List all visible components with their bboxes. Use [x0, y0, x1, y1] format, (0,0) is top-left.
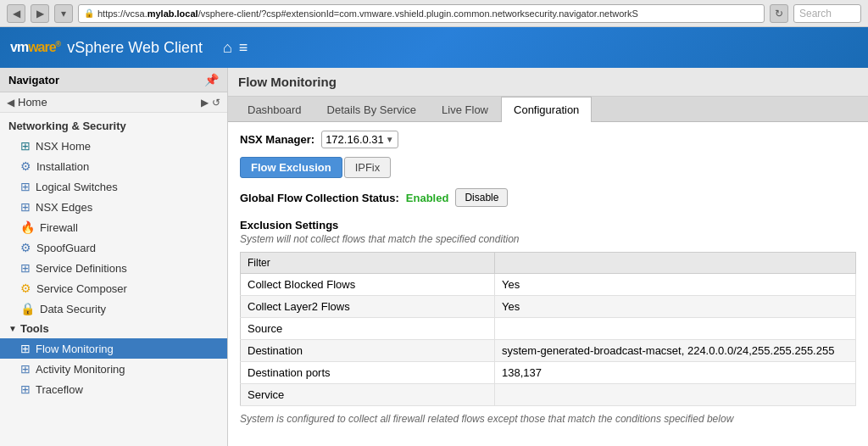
- filter-source: Source: [241, 318, 495, 340]
- table-header-value: [495, 253, 856, 274]
- table-row: Service: [241, 384, 856, 406]
- flow-monitoring-icon: ⊞: [20, 342, 31, 355]
- vm-text: vm: [10, 40, 28, 54]
- url-bar[interactable]: 🔒 https://vcsa.mylab.local/vsphere-clien…: [78, 4, 765, 23]
- back-button[interactable]: ◀: [7, 4, 25, 23]
- sidebar-label-nsx-home: NSX Home: [36, 140, 91, 153]
- global-status-label: Global Flow Collection Status:: [240, 192, 399, 204]
- value-destination: system-generated-broadcast-macset, 224.0…: [495, 340, 856, 362]
- sidebar-item-activity-monitoring[interactable]: ⊞ Activity Monitoring: [0, 359, 227, 379]
- sidebar-label-data-security: Data Security: [40, 303, 106, 315]
- sidebar: Navigator 📌 ◀ Home ▶ ↺ Networking & Secu…: [0, 68, 228, 446]
- nsx-manager-select[interactable]: 172.16.0.31 ▼: [321, 131, 398, 148]
- spoofguard-icon: ⚙: [20, 241, 31, 254]
- service-composer-icon: ⚙: [20, 282, 31, 295]
- main-layout: Navigator 📌 ◀ Home ▶ ↺ Networking & Secu…: [0, 68, 868, 446]
- product-name: vSphere Web Client: [67, 39, 203, 57]
- table-row: Collect Layer2 Flows Yes: [241, 296, 856, 318]
- sub-tab-flow-exclusion[interactable]: Flow Exclusion: [240, 157, 342, 178]
- select-arrow-icon: ▼: [386, 135, 394, 144]
- status-badge: Enabled: [406, 192, 449, 204]
- traceflow-icon: ⊞: [20, 382, 31, 396]
- home-icon[interactable]: ⌂: [223, 39, 232, 57]
- sidebar-label-flow-monitoring: Flow Monitoring: [36, 343, 114, 355]
- tab-details-by-service[interactable]: Details By Service: [314, 97, 429, 122]
- sidebar-label-firewall: Firewall: [40, 221, 78, 234]
- disable-button[interactable]: Disable: [455, 188, 508, 207]
- sidebar-item-data-security[interactable]: 🔒 Data Security: [0, 298, 227, 319]
- nsx-manager-value: 172.16.0.31: [326, 133, 384, 146]
- table-row: Collect Blocked Flows Yes: [241, 274, 856, 296]
- url-path: /vsphere-client/?csp#extensionId=com.vmw…: [198, 8, 638, 19]
- value-service: [495, 384, 856, 406]
- firewall-icon: 🔥: [20, 220, 35, 234]
- table-row: Source: [241, 318, 856, 340]
- pin-icon[interactable]: 📌: [204, 73, 219, 86]
- vmware-logo: vmware®: [10, 40, 60, 55]
- tab-live-flow[interactable]: Live Flow: [429, 97, 501, 122]
- vmware-header: vmware® vSphere Web Client ⌂ ≡: [0, 27, 868, 68]
- exclusion-settings-title: Exclusion Settings: [240, 219, 856, 231]
- url-domain: mylab.local: [147, 8, 198, 19]
- info-text: System is configured to collect all fire…: [240, 413, 856, 425]
- filter-collect-blocked: Collect Blocked Flows: [241, 274, 495, 296]
- table-row: Destination ports 138,137: [241, 362, 856, 384]
- sidebar-item-installation[interactable]: ⚙ Installation: [0, 156, 227, 176]
- sidebar-label-activity-monitoring: Activity Monitoring: [36, 363, 125, 376]
- sidebar-item-nsx-edges[interactable]: ⊞ NSX Edges: [0, 197, 227, 217]
- logical-switches-icon: ⊞: [20, 180, 31, 193]
- tabs-bar: Dashboard Details By Service Live Flow C…: [228, 97, 868, 122]
- sidebar-item-service-definitions[interactable]: ⊞ Service Definitions: [0, 258, 227, 278]
- nsx-edges-icon: ⊞: [20, 200, 31, 214]
- exclusion-settings-desc: System will not collect flows that match…: [240, 233, 856, 245]
- tools-section: ▼ Tools: [0, 319, 227, 338]
- history-button[interactable]: ▾: [54, 4, 73, 23]
- browser-search[interactable]: Search: [793, 4, 861, 23]
- tools-label: Tools: [20, 322, 49, 335]
- table-header-filter: Filter: [241, 253, 495, 274]
- filter-destination-ports: Destination ports: [241, 362, 495, 384]
- table-row: Destination system-generated-broadcast-m…: [241, 340, 856, 362]
- content-area: Flow Monitoring Dashboard Details By Ser…: [228, 68, 868, 446]
- sidebar-item-nsx-home[interactable]: ⊞ NSX Home: [0, 136, 227, 156]
- home-label[interactable]: Home: [18, 96, 198, 109]
- value-collect-layer2: Yes: [495, 296, 856, 318]
- activity-monitoring-icon: ⊞: [20, 362, 31, 376]
- service-definitions-icon: ⊞: [20, 261, 31, 275]
- filter-collect-layer2: Collect Layer2 Flows: [241, 296, 495, 318]
- nsx-manager-label: NSX Manager:: [240, 133, 314, 146]
- search-placeholder: Search: [799, 8, 832, 20]
- sidebar-item-spoofguard[interactable]: ⚙ SpoofGuard: [0, 237, 227, 258]
- sidebar-item-traceflow[interactable]: ⊞ Traceflow: [0, 379, 227, 399]
- sidebar-item-flow-monitoring[interactable]: ⊞ Flow Monitoring: [0, 338, 227, 359]
- refresh-button[interactable]: ↻: [770, 4, 788, 23]
- forward-button[interactable]: ▶: [31, 4, 49, 23]
- sidebar-label-nsx-edges: NSX Edges: [36, 201, 92, 214]
- filter-service: Service: [241, 384, 495, 406]
- home-back-arrow: ◀: [7, 97, 14, 109]
- home-forward-arrow[interactable]: ▶: [201, 97, 209, 109]
- tab-dashboard[interactable]: Dashboard: [235, 97, 314, 122]
- sidebar-item-logical-switches[interactable]: ⊞ Logical Switches: [0, 176, 227, 197]
- content-body: NSX Manager: 172.16.0.31 ▼ Flow Exclusio…: [228, 122, 868, 446]
- global-status-row: Global Flow Collection Status: Enabled D…: [240, 188, 856, 207]
- tools-arrow-icon: ▼: [8, 324, 17, 333]
- browser-chrome: ◀ ▶ ▾ 🔒 https://vcsa.mylab.local/vsphere…: [0, 0, 868, 27]
- sidebar-item-service-composer[interactable]: ⚙ Service Composer: [0, 278, 227, 298]
- networking-security-section: Networking & Security: [0, 113, 227, 136]
- sidebar-label-installation: Installation: [36, 160, 89, 173]
- exclusion-table: Filter Collect Blocked Flows Yes Collect…: [240, 252, 856, 406]
- header-icons: ⌂ ≡: [223, 39, 248, 57]
- nsx-manager-row: NSX Manager: 172.16.0.31 ▼: [240, 131, 856, 148]
- home-reload-icon[interactable]: ↺: [212, 97, 220, 109]
- sidebar-label-service-definitions: Service Definitions: [36, 262, 127, 275]
- value-destination-ports: 138,137: [495, 362, 856, 384]
- sub-tab-ipfix[interactable]: IPFix: [344, 157, 392, 178]
- sidebar-item-firewall[interactable]: 🔥 Firewall: [0, 217, 227, 237]
- data-security-icon: 🔒: [20, 302, 35, 315]
- value-collect-blocked: Yes: [495, 274, 856, 296]
- sidebar-label-service-composer: Service Composer: [36, 282, 127, 295]
- tab-configuration[interactable]: Configuration: [501, 97, 592, 122]
- menu-icon[interactable]: ≡: [239, 39, 248, 57]
- sidebar-header: Navigator 📌: [0, 68, 227, 92]
